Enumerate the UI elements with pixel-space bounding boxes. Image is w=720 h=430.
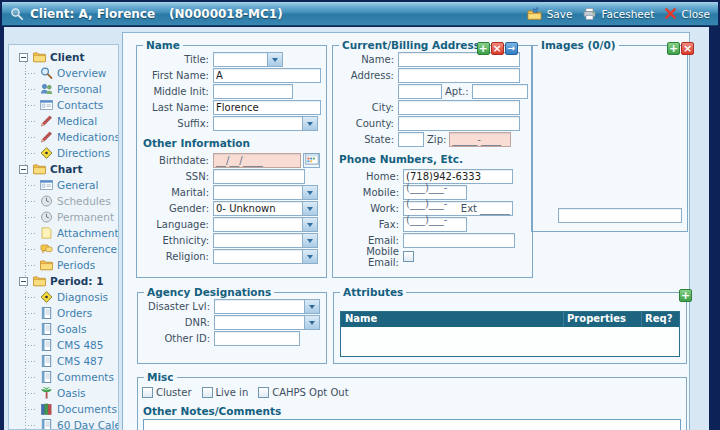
sidebar-item-label: Medications bbox=[57, 131, 119, 143]
document-icon bbox=[39, 338, 54, 352]
address-fieldset: Current/Billing Address Name: Address: bbox=[332, 39, 533, 278]
work-phone-label: Work: bbox=[337, 203, 403, 214]
sidebar-item-schedules[interactable]: Schedules bbox=[9, 193, 118, 209]
misc-fieldset: Misc Cluster Live in CAHPS Opt Out Other… bbox=[137, 371, 687, 430]
attributes-table: Name Properties Req? bbox=[340, 311, 680, 357]
copy-address-button[interactable] bbox=[505, 42, 518, 55]
sidebar-item-overview[interactable]: Overview bbox=[9, 65, 118, 81]
sidebar-item-general[interactable]: General bbox=[9, 177, 118, 193]
state-input[interactable] bbox=[398, 132, 424, 147]
facesheet-button[interactable]: Facesheet bbox=[582, 7, 654, 21]
sidebar-item-contacts[interactable]: Contacts bbox=[9, 97, 118, 113]
add-attribute-button[interactable] bbox=[679, 289, 692, 302]
fax-label: Fax: bbox=[337, 219, 403, 230]
close-icon bbox=[664, 7, 677, 20]
dropdown-arrow-icon bbox=[302, 218, 317, 231]
sidebar-item-label: 60 Day Calendar bbox=[57, 419, 119, 430]
suffix-select[interactable] bbox=[213, 116, 318, 131]
image-caption-input[interactable] bbox=[558, 208, 682, 223]
marital-select[interactable] bbox=[213, 185, 318, 200]
mobile-email-checkbox[interactable] bbox=[403, 251, 414, 262]
email-input[interactable] bbox=[403, 233, 515, 248]
sidebar-item-periods[interactable]: Periods bbox=[9, 257, 118, 273]
pencil-icon bbox=[39, 130, 54, 144]
client-code: (N0000018-MC1) bbox=[169, 7, 283, 21]
add-image-button[interactable] bbox=[667, 42, 680, 55]
sidebar-item-documents[interactable]: Documents bbox=[9, 401, 118, 417]
dnr-select[interactable] bbox=[214, 315, 320, 330]
title-select[interactable] bbox=[213, 52, 283, 67]
attributes-legend: Attributes bbox=[343, 286, 403, 298]
sidebar-section-period-1[interactable]: Period: 1 bbox=[9, 273, 118, 289]
dropdown-arrow-icon bbox=[304, 316, 319, 329]
address-legend: Current/Billing Address bbox=[342, 39, 480, 51]
close-button[interactable]: Close bbox=[664, 7, 710, 20]
sidebar-item-personal[interactable]: Personal bbox=[9, 81, 118, 97]
sidebar-item-cms-487[interactable]: CMS 487 bbox=[9, 353, 118, 369]
sidebar-section-chart[interactable]: Chart bbox=[9, 161, 118, 177]
calendar-button[interactable] bbox=[303, 153, 320, 168]
collapse-toggle-icon[interactable] bbox=[19, 165, 28, 174]
zip-input[interactable]: _____-____ bbox=[449, 132, 511, 147]
sidebar-item-medical[interactable]: Medical bbox=[9, 113, 118, 129]
home-phone-label: Home: bbox=[337, 171, 403, 182]
state-label: State: bbox=[337, 134, 398, 145]
sidebar-item-orders[interactable]: Orders bbox=[9, 305, 118, 321]
folder-icon bbox=[32, 274, 47, 288]
sidebar-section-client[interactable]: Client bbox=[9, 49, 118, 65]
addr-address2-input[interactable] bbox=[398, 84, 442, 99]
dropdown-arrow-icon bbox=[302, 250, 317, 263]
addr-name-label: Name: bbox=[337, 54, 398, 65]
gender-label: Gender: bbox=[141, 203, 213, 214]
sidebar-item-permanent[interactable]: Permanent bbox=[9, 209, 118, 225]
live-in-checkbox[interactable] bbox=[202, 387, 213, 398]
sidebar-item-attachments[interactable]: Attachments bbox=[9, 225, 118, 241]
city-label: City: bbox=[337, 102, 398, 113]
name-legend: Name bbox=[146, 39, 180, 51]
cahps-opt-out-checkbox[interactable] bbox=[258, 387, 269, 398]
sidebar-item-oasis[interactable]: Oasis bbox=[9, 385, 118, 401]
sidebar-item-60-day-calendar[interactable]: 60 Day Calendar bbox=[9, 417, 118, 430]
cluster-checkbox[interactable] bbox=[142, 387, 153, 398]
addr-address-input[interactable] bbox=[398, 68, 520, 83]
document-icon bbox=[39, 322, 54, 336]
middle-init-input[interactable] bbox=[213, 84, 293, 99]
collapse-toggle-icon[interactable] bbox=[19, 277, 28, 286]
phone-numbers-heading: Phone Numbers, Etc. bbox=[339, 153, 528, 165]
sidebar-item-directions[interactable]: Directions bbox=[9, 145, 118, 161]
save-button[interactable]: Save bbox=[527, 6, 573, 21]
attributes-table-body bbox=[341, 327, 679, 356]
delete-image-button[interactable] bbox=[681, 42, 694, 55]
collapse-toggle-icon[interactable] bbox=[19, 53, 28, 62]
last-name-input[interactable]: Florence bbox=[213, 100, 321, 115]
other-id-input[interactable] bbox=[214, 331, 300, 346]
ssn-input[interactable] bbox=[213, 169, 305, 184]
sidebar-section-label: Period: 1 bbox=[50, 275, 103, 287]
content-area: ClientOverviewPersonalContactsMedicalMed… bbox=[4, 27, 709, 430]
fax-input[interactable]: (___)___-____ bbox=[403, 217, 467, 232]
sidebar-item-comments[interactable]: Comments bbox=[9, 369, 118, 385]
other-notes-textarea[interactable] bbox=[143, 419, 681, 430]
apt-input[interactable] bbox=[472, 84, 528, 99]
gender-select[interactable]: 0- Unknown bbox=[213, 201, 318, 216]
sidebar-item-label: Diagnosis bbox=[57, 291, 108, 303]
sidebar-item-diagnosis[interactable]: Diagnosis bbox=[9, 289, 118, 305]
images-fieldset: Images (0/0) bbox=[531, 39, 688, 232]
city-input[interactable] bbox=[398, 100, 520, 115]
ethnicity-select[interactable] bbox=[213, 233, 318, 248]
delete-address-button[interactable] bbox=[491, 42, 504, 55]
sidebar-item-cms-485[interactable]: CMS 485 bbox=[9, 337, 118, 353]
disaster-lvl-select[interactable] bbox=[214, 299, 320, 314]
sidebar-item-medications[interactable]: Medications bbox=[9, 129, 118, 145]
conference-icon bbox=[39, 242, 54, 256]
sidebar: ClientOverviewPersonalContactsMedicalMed… bbox=[8, 44, 119, 430]
title-label: Title: bbox=[141, 54, 213, 65]
county-input[interactable] bbox=[398, 116, 520, 131]
language-select[interactable] bbox=[213, 217, 318, 232]
religion-select[interactable] bbox=[213, 249, 318, 264]
add-address-button[interactable] bbox=[477, 42, 490, 55]
sidebar-item-goals[interactable]: Goals bbox=[9, 321, 118, 337]
sidebar-item-conference[interactable]: Conference bbox=[9, 241, 118, 257]
first-name-input[interactable]: A bbox=[213, 68, 321, 83]
birthdate-input[interactable]: __/__/____ bbox=[213, 153, 301, 168]
